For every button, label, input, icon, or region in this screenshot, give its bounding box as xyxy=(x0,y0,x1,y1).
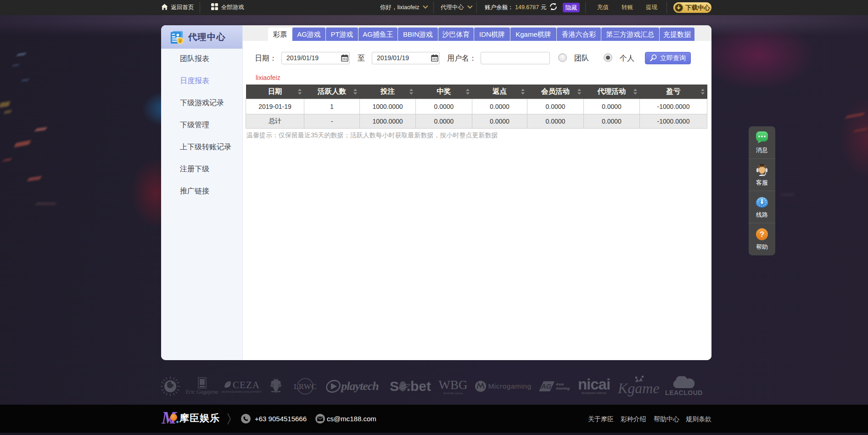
svg-text:Kgame: Kgame xyxy=(618,380,660,396)
svg-text:¥: ¥ xyxy=(179,38,182,43)
svg-text:AG: AG xyxy=(541,382,552,390)
svg-text:?: ? xyxy=(760,230,764,239)
svg-text:LRWC: LRWC xyxy=(294,382,317,391)
